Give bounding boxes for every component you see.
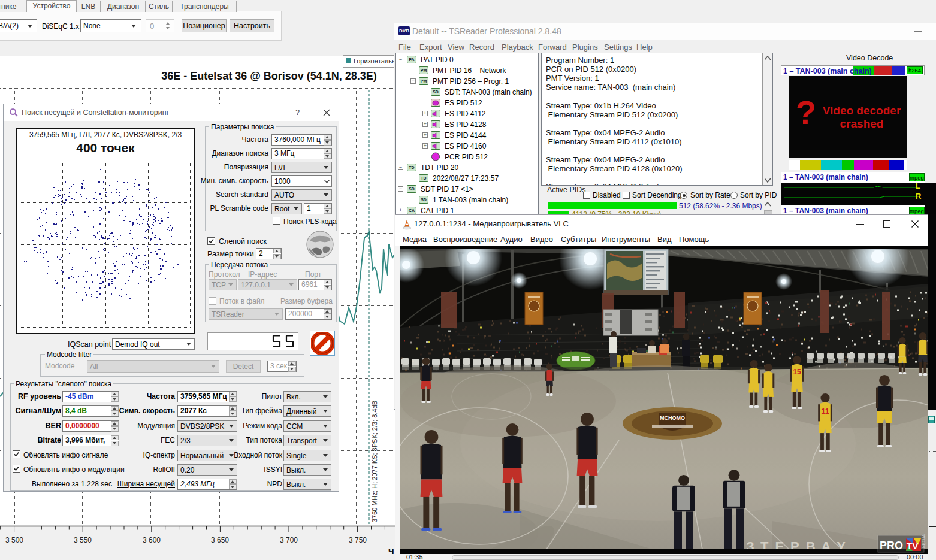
svg-text:15: 15 xyxy=(793,368,801,376)
svg-text:MCHOMO: MCHOMO xyxy=(660,415,685,421)
svg-text:11: 11 xyxy=(821,407,829,416)
svg-text:PRO: PRO xyxy=(880,540,903,552)
svg-text:NET.UA: NET.UA xyxy=(922,534,926,548)
svg-text:TV: TV xyxy=(907,541,918,551)
